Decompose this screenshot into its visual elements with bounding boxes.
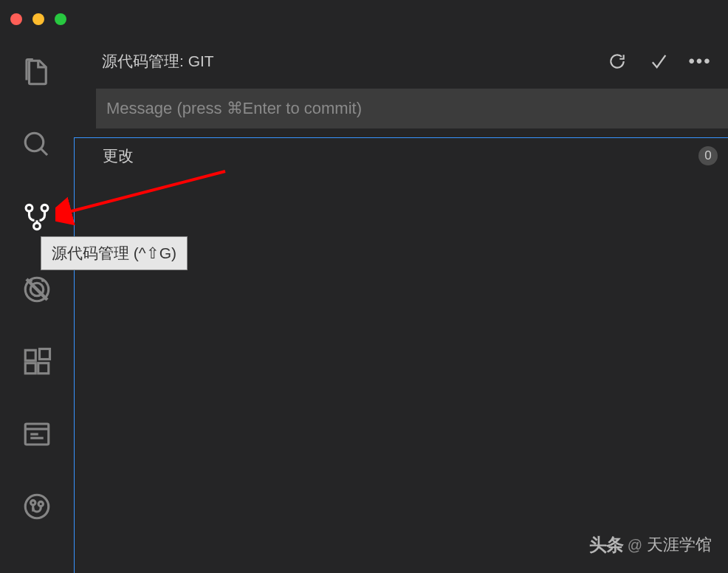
debug-icon[interactable]	[19, 272, 55, 307]
panel-actions: •••	[607, 51, 715, 72]
watermark: 头条 @ 天涯学馆	[589, 533, 712, 557]
extensions-icon[interactable]	[19, 344, 55, 380]
svg-rect-7	[25, 363, 35, 374]
maximize-window-button[interactable]	[55, 13, 66, 25]
minimize-window-button[interactable]	[32, 13, 44, 25]
source-control-panel: 源代码管理: GIT ••• 更改 0	[74, 38, 728, 573]
svg-point-0	[25, 133, 44, 151]
watermark-name: 天涯学馆	[647, 534, 712, 556]
svg-point-12	[31, 501, 35, 505]
titlebar	[0, 0, 728, 38]
scm-tooltip: 源代码管理 (^⇧G)	[41, 236, 188, 270]
explorer-icon[interactable]	[19, 55, 55, 90]
changes-label: 更改	[103, 145, 134, 166]
refresh-icon[interactable]	[607, 51, 628, 72]
commit-icon[interactable]	[648, 51, 669, 72]
svg-rect-9	[40, 349, 50, 360]
changes-section: 更改 0	[74, 137, 728, 573]
svg-point-2	[41, 205, 48, 211]
more-actions-icon[interactable]: •••	[690, 51, 710, 72]
source-control-icon[interactable]	[19, 199, 55, 235]
git-branch-icon[interactable]	[19, 489, 55, 524]
gitlens-icon[interactable]	[19, 416, 55, 452]
svg-point-13	[38, 501, 43, 506]
svg-rect-8	[38, 363, 49, 374]
svg-point-1	[26, 205, 32, 211]
svg-rect-6	[25, 350, 35, 360]
activity-bar	[0, 38, 74, 573]
svg-point-11	[25, 495, 49, 518]
search-icon[interactable]	[19, 127, 55, 162]
commit-message-input[interactable]	[96, 89, 728, 128]
changes-header[interactable]: 更改 0	[75, 138, 728, 174]
close-window-button[interactable]	[10, 13, 22, 25]
app-body: 源代码管理: GIT ••• 更改 0	[0, 38, 728, 573]
watermark-at: @	[628, 537, 642, 554]
watermark-brand: 头条	[589, 533, 623, 557]
panel-title: 源代码管理: GIT	[102, 51, 214, 72]
svg-point-3	[34, 223, 41, 230]
changes-count-badge: 0	[698, 146, 718, 165]
panel-header: 源代码管理: GIT •••	[74, 38, 728, 84]
